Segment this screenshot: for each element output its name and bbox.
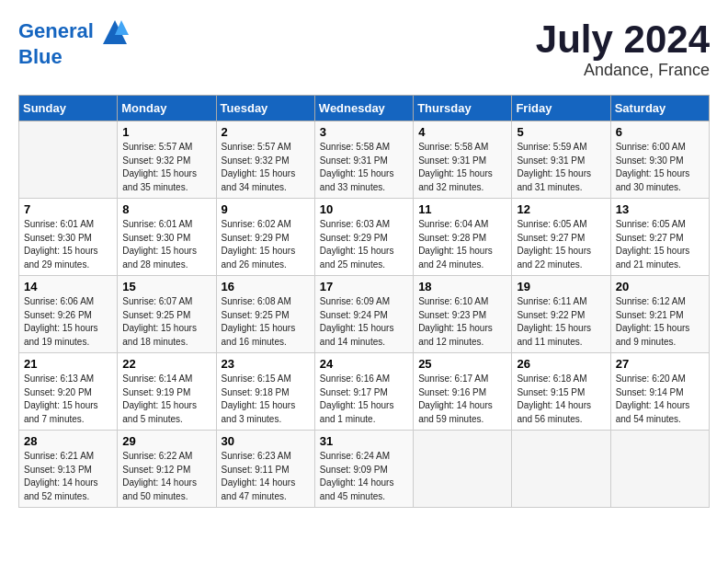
day-number: 18: [418, 280, 506, 293]
weekday-header-sunday: Sunday: [19, 96, 118, 121]
calendar-week-2: 7Sunrise: 6:01 AM Sunset: 9:30 PM Daylig…: [19, 199, 710, 276]
calendar-cell: 27Sunrise: 6:20 AM Sunset: 9:14 PM Dayli…: [610, 353, 709, 431]
day-number: 31: [320, 434, 408, 448]
day-number: 24: [320, 357, 408, 371]
weekday-header-thursday: Thursday: [414, 96, 512, 121]
weekday-header-monday: Monday: [118, 96, 216, 121]
weekday-header-friday: Friday: [512, 96, 610, 121]
day-info: Sunrise: 6:10 AM Sunset: 9:23 PM Dayligh…: [418, 295, 506, 349]
day-info: Sunrise: 5:57 AM Sunset: 9:32 PM Dayligh…: [122, 141, 210, 194]
calendar-cell: 3Sunrise: 5:58 AM Sunset: 9:31 PM Daylig…: [314, 121, 413, 199]
day-number: 21: [24, 357, 112, 371]
calendar-week-4: 21Sunrise: 6:13 AM Sunset: 9:20 PM Dayli…: [19, 353, 710, 431]
day-number: 23: [222, 357, 310, 371]
calendar-cell: 6Sunrise: 6:00 AM Sunset: 9:30 PM Daylig…: [610, 121, 709, 199]
calendar-cell: 23Sunrise: 6:15 AM Sunset: 9:18 PM Dayli…: [216, 353, 314, 431]
calendar-table: SundayMondayTuesdayWednesdayThursdayFrid…: [18, 95, 710, 508]
weekday-header-tuesday: Tuesday: [216, 96, 314, 121]
day-info: Sunrise: 6:22 AM Sunset: 9:12 PM Dayligh…: [122, 450, 210, 503]
day-info: Sunrise: 6:16 AM Sunset: 9:17 PM Dayligh…: [320, 373, 408, 426]
weekday-header-saturday: Saturday: [610, 96, 709, 121]
calendar-cell: 30Sunrise: 6:23 AM Sunset: 9:11 PM Dayli…: [216, 431, 314, 508]
calendar-cell: 12Sunrise: 6:05 AM Sunset: 9:27 PM Dayli…: [512, 199, 610, 276]
day-number: 27: [616, 357, 704, 371]
day-number: 17: [320, 280, 408, 293]
day-number: 15: [122, 280, 210, 293]
logo: General Blue: [18, 18, 129, 68]
location: Andance, France: [536, 61, 710, 80]
logo-blue: Blue: [18, 46, 129, 68]
calendar-cell: 31Sunrise: 6:24 AM Sunset: 9:09 PM Dayli…: [314, 431, 413, 508]
day-info: Sunrise: 6:08 AM Sunset: 9:25 PM Dayligh…: [222, 295, 310, 349]
calendar-week-1: 1Sunrise: 5:57 AM Sunset: 9:32 PM Daylig…: [19, 121, 710, 199]
calendar-cell: 5Sunrise: 5:59 AM Sunset: 9:31 PM Daylig…: [512, 121, 610, 199]
calendar-cell: 7Sunrise: 6:01 AM Sunset: 9:30 PM Daylig…: [19, 199, 118, 276]
day-info: Sunrise: 6:01 AM Sunset: 9:30 PM Dayligh…: [122, 218, 210, 271]
day-number: 28: [24, 434, 112, 448]
day-number: 1: [122, 125, 210, 139]
day-number: 10: [320, 202, 408, 216]
day-number: 26: [517, 357, 605, 371]
day-info: Sunrise: 6:13 AM Sunset: 9:20 PM Dayligh…: [24, 373, 112, 426]
weekday-header-wednesday: Wednesday: [314, 96, 413, 121]
day-number: 22: [122, 357, 210, 371]
day-info: Sunrise: 6:23 AM Sunset: 9:11 PM Dayligh…: [222, 450, 310, 503]
day-info: Sunrise: 6:03 AM Sunset: 9:29 PM Dayligh…: [320, 218, 408, 271]
calendar-cell: 25Sunrise: 6:17 AM Sunset: 9:16 PM Dayli…: [414, 353, 512, 431]
day-info: Sunrise: 5:58 AM Sunset: 9:31 PM Dayligh…: [320, 141, 408, 194]
calendar-cell: [512, 431, 610, 508]
day-info: Sunrise: 6:21 AM Sunset: 9:13 PM Dayligh…: [24, 450, 112, 503]
day-number: 13: [616, 202, 704, 216]
calendar-cell: 29Sunrise: 6:22 AM Sunset: 9:12 PM Dayli…: [118, 431, 216, 508]
day-info: Sunrise: 6:15 AM Sunset: 9:18 PM Dayligh…: [222, 373, 310, 426]
calendar-cell: 16Sunrise: 6:08 AM Sunset: 9:25 PM Dayli…: [216, 276, 314, 353]
calendar-cell: 2Sunrise: 5:57 AM Sunset: 9:32 PM Daylig…: [216, 121, 314, 199]
calendar-cell: 1Sunrise: 5:57 AM Sunset: 9:32 PM Daylig…: [118, 121, 216, 199]
calendar-cell: 21Sunrise: 6:13 AM Sunset: 9:20 PM Dayli…: [19, 353, 118, 431]
month-title: July 2024: [536, 18, 710, 61]
day-number: 4: [418, 125, 506, 139]
calendar-cell: 24Sunrise: 6:16 AM Sunset: 9:17 PM Dayli…: [314, 353, 413, 431]
day-number: 3: [320, 125, 408, 139]
day-number: 14: [24, 280, 112, 293]
calendar-cell: 20Sunrise: 6:12 AM Sunset: 9:21 PM Dayli…: [610, 276, 709, 353]
day-info: Sunrise: 6:06 AM Sunset: 9:26 PM Dayligh…: [24, 295, 112, 349]
day-info: Sunrise: 6:11 AM Sunset: 9:22 PM Dayligh…: [517, 295, 605, 349]
calendar-cell: 10Sunrise: 6:03 AM Sunset: 9:29 PM Dayli…: [314, 199, 413, 276]
weekday-header-row: SundayMondayTuesdayWednesdayThursdayFrid…: [19, 96, 710, 121]
day-info: Sunrise: 6:00 AM Sunset: 9:30 PM Dayligh…: [616, 141, 704, 194]
calendar-cell: 4Sunrise: 5:58 AM Sunset: 9:31 PM Daylig…: [414, 121, 512, 199]
calendar-week-3: 14Sunrise: 6:06 AM Sunset: 9:26 PM Dayli…: [19, 276, 710, 353]
day-info: Sunrise: 6:05 AM Sunset: 9:27 PM Dayligh…: [616, 218, 704, 271]
day-number: 30: [222, 434, 310, 448]
day-number: 5: [517, 125, 605, 139]
day-info: Sunrise: 5:58 AM Sunset: 9:31 PM Dayligh…: [418, 141, 506, 194]
day-number: 9: [222, 202, 310, 216]
calendar-cell: 8Sunrise: 6:01 AM Sunset: 9:30 PM Daylig…: [118, 199, 216, 276]
day-number: 29: [122, 434, 210, 448]
day-number: 16: [222, 280, 310, 293]
day-number: 7: [24, 202, 112, 216]
page-header: General Blue July 2024 Andance, France: [18, 18, 710, 80]
calendar-cell: 15Sunrise: 6:07 AM Sunset: 9:25 PM Dayli…: [118, 276, 216, 353]
day-info: Sunrise: 5:57 AM Sunset: 9:32 PM Dayligh…: [222, 141, 310, 194]
day-number: 25: [418, 357, 506, 371]
day-number: 2: [222, 125, 310, 139]
day-info: Sunrise: 6:24 AM Sunset: 9:09 PM Dayligh…: [320, 450, 408, 503]
calendar-cell: [19, 121, 118, 199]
day-info: Sunrise: 6:09 AM Sunset: 9:24 PM Dayligh…: [320, 295, 408, 349]
calendar-cell: 18Sunrise: 6:10 AM Sunset: 9:23 PM Dayli…: [414, 276, 512, 353]
day-number: 19: [517, 280, 605, 293]
day-info: Sunrise: 6:01 AM Sunset: 9:30 PM Dayligh…: [24, 218, 112, 271]
calendar-cell: 19Sunrise: 6:11 AM Sunset: 9:22 PM Dayli…: [512, 276, 610, 353]
day-info: Sunrise: 6:02 AM Sunset: 9:29 PM Dayligh…: [222, 218, 310, 271]
day-info: Sunrise: 6:12 AM Sunset: 9:21 PM Dayligh…: [616, 295, 704, 349]
day-number: 12: [517, 202, 605, 216]
day-info: Sunrise: 6:07 AM Sunset: 9:25 PM Dayligh…: [122, 295, 210, 349]
calendar-cell: 17Sunrise: 6:09 AM Sunset: 9:24 PM Dayli…: [314, 276, 413, 353]
calendar-cell: 28Sunrise: 6:21 AM Sunset: 9:13 PM Dayli…: [19, 431, 118, 508]
calendar-cell: [414, 431, 512, 508]
calendar-cell: 13Sunrise: 6:05 AM Sunset: 9:27 PM Dayli…: [610, 199, 709, 276]
day-info: Sunrise: 6:05 AM Sunset: 9:27 PM Dayligh…: [517, 218, 605, 271]
day-number: 11: [418, 202, 506, 216]
